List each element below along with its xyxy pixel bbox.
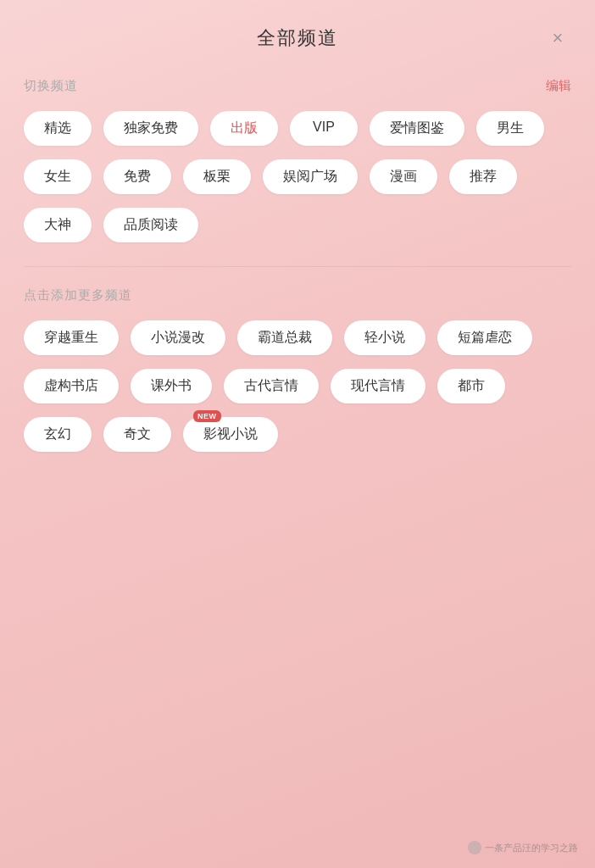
switch-tag[interactable]: 免费 <box>103 159 171 194</box>
add-section-header: 点击添加更多频道 <box>24 287 571 303</box>
add-tag[interactable]: 短篇虐恋 <box>437 320 532 355</box>
switch-section-header: 切换频道 编辑 <box>24 78 571 94</box>
add-tag[interactable]: 古代言情 <box>224 369 319 403</box>
switch-tags-grid: 精选独家免费出版VIP爱情图鉴男生女生免费板栗娱阅广场漫画推荐大神品质阅读 <box>24 111 571 242</box>
switch-tag[interactable]: 独家免费 <box>103 111 198 146</box>
switch-tag[interactable]: VIP <box>290 111 358 146</box>
add-tag[interactable]: 奇文 <box>103 417 171 452</box>
watermark-icon <box>468 841 481 854</box>
add-tag[interactable]: 穿越重生 <box>24 320 119 355</box>
switch-tag[interactable]: 推荐 <box>449 159 517 194</box>
switch-tag[interactable]: 板栗 <box>183 159 251 194</box>
add-tag[interactable]: NEW影视小说 <box>183 417 278 452</box>
add-tag[interactable]: 虚构书店 <box>24 369 119 403</box>
switch-tag[interactable]: 出版 <box>210 111 278 146</box>
edit-button[interactable]: 编辑 <box>546 78 571 94</box>
page-container: 全部频道 × 切换频道 编辑 精选独家免费出版VIP爱情图鉴男生女生免费板栗娱阅… <box>0 0 595 868</box>
switch-tag[interactable]: 品质阅读 <box>103 208 198 242</box>
add-tag[interactable]: 小说漫改 <box>131 320 225 355</box>
add-channel-section: 点击添加更多频道 穿越重生小说漫改霸道总裁轻小说短篇虐恋虚构书店课外书古代言情现… <box>24 287 571 452</box>
switch-tag[interactable]: 漫画 <box>370 159 437 194</box>
section-divider <box>24 266 571 267</box>
switch-tag[interactable]: 男生 <box>476 111 544 146</box>
switch-tag[interactable]: 女生 <box>24 159 92 194</box>
switch-channel-section: 切换频道 编辑 精选独家免费出版VIP爱情图鉴男生女生免费板栗娱阅广场漫画推荐大… <box>24 78 571 242</box>
add-tag[interactable]: 轻小说 <box>344 320 425 355</box>
add-tag[interactable]: 玄幻 <box>24 417 92 452</box>
add-section-title: 点击添加更多频道 <box>24 287 132 303</box>
switch-tag[interactable]: 大神 <box>24 208 92 242</box>
close-button[interactable]: × <box>544 25 571 52</box>
add-tag[interactable]: 课外书 <box>131 369 212 403</box>
add-tag[interactable]: 现代言情 <box>331 369 425 403</box>
page-title: 全部频道 <box>257 25 338 51</box>
new-badge: NEW <box>193 410 221 422</box>
switch-tag[interactable]: 爱情图鉴 <box>370 111 464 146</box>
add-tag[interactable]: 霸道总裁 <box>237 320 332 355</box>
switch-tag[interactable]: 精选 <box>24 111 92 146</box>
add-tags-grid: 穿越重生小说漫改霸道总裁轻小说短篇虐恋虚构书店课外书古代言情现代言情都市玄幻奇文… <box>24 320 571 452</box>
switch-section-title: 切换频道 <box>24 78 78 94</box>
watermark-text: 一条产品汪的学习之路 <box>485 842 578 854</box>
switch-tag[interactable]: 娱阅广场 <box>263 159 358 194</box>
header: 全部频道 × <box>24 25 571 51</box>
watermark: 一条产品汪的学习之路 <box>468 841 578 854</box>
add-tag[interactable]: 都市 <box>437 369 505 403</box>
